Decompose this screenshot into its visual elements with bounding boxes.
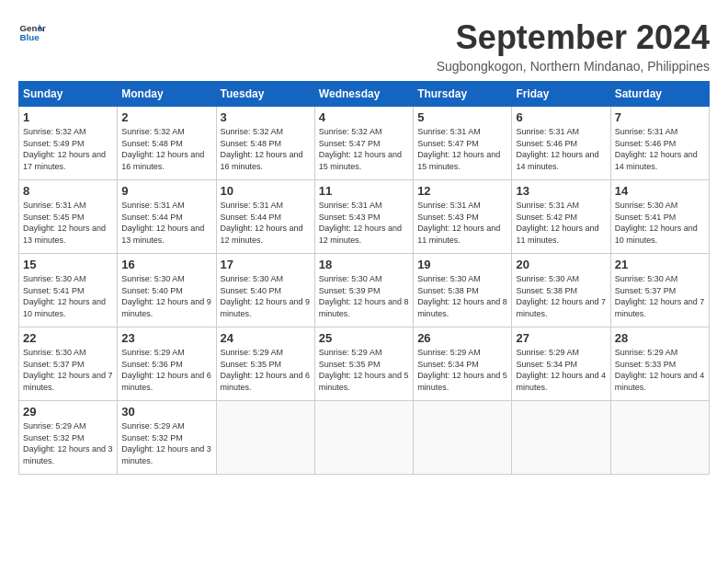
day-cell-6: 6Sunrise: 5:31 AM Sunset: 5:46 PM Daylig… [512, 107, 610, 180]
week-row-1: 1Sunrise: 5:32 AM Sunset: 5:49 PM Daylig… [19, 107, 710, 180]
day-cell-9: 9Sunrise: 5:31 AM Sunset: 5:44 PM Daylig… [118, 180, 216, 254]
day-cell-13: 13Sunrise: 5:31 AM Sunset: 5:42 PM Dayli… [512, 180, 610, 254]
day-cell-20: 20Sunrise: 5:30 AM Sunset: 5:38 PM Dayli… [512, 254, 610, 327]
logo: General Blue [18, 18, 46, 46]
title-area: September 2024 Sugbongkogon, Northern Mi… [437, 18, 710, 74]
weekday-header-monday: Monday [118, 82, 216, 107]
week-row-5: 29Sunrise: 5:29 AM Sunset: 5:32 PM Dayli… [19, 401, 710, 475]
day-cell-empty-w5-4 [414, 401, 512, 475]
day-cell-27: 27Sunrise: 5:29 AM Sunset: 5:34 PM Dayli… [512, 327, 610, 401]
day-cell-28: 28Sunrise: 5:29 AM Sunset: 5:33 PM Dayli… [610, 327, 709, 401]
day-cell-8: 8Sunrise: 5:31 AM Sunset: 5:45 PM Daylig… [19, 180, 118, 254]
day-cell-10: 10Sunrise: 5:31 AM Sunset: 5:44 PM Dayli… [216, 180, 314, 254]
day-cell-3: 3Sunrise: 5:32 AM Sunset: 5:48 PM Daylig… [216, 107, 314, 180]
day-cell-26: 26Sunrise: 5:29 AM Sunset: 5:34 PM Dayli… [414, 327, 512, 401]
day-cell-17: 17Sunrise: 5:30 AM Sunset: 5:40 PM Dayli… [216, 254, 314, 327]
svg-text:Blue: Blue [20, 32, 40, 42]
day-cell-15: 15Sunrise: 5:30 AM Sunset: 5:41 PM Dayli… [19, 254, 118, 327]
day-cell-23: 23Sunrise: 5:29 AM Sunset: 5:36 PM Dayli… [118, 327, 216, 401]
week-row-2: 8Sunrise: 5:31 AM Sunset: 5:45 PM Daylig… [19, 180, 710, 254]
day-cell-11: 11Sunrise: 5:31 AM Sunset: 5:43 PM Dayli… [314, 180, 413, 254]
calendar-table: SundayMondayTuesdayWednesdayThursdayFrid… [18, 81, 710, 475]
day-cell-empty-w5-3 [314, 401, 413, 475]
logo-icon: General Blue [18, 18, 46, 46]
page-header: General Blue September 2024 Sugbongkogon… [18, 18, 710, 74]
day-cell-25: 25Sunrise: 5:29 AM Sunset: 5:35 PM Dayli… [314, 327, 413, 401]
day-cell-1: 1Sunrise: 5:32 AM Sunset: 5:49 PM Daylig… [19, 107, 118, 180]
day-cell-2: 2Sunrise: 5:32 AM Sunset: 5:48 PM Daylig… [118, 107, 216, 180]
day-cell-30: 30Sunrise: 5:29 AM Sunset: 5:32 PM Dayli… [118, 401, 216, 475]
day-cell-18: 18Sunrise: 5:30 AM Sunset: 5:39 PM Dayli… [314, 254, 413, 327]
weekday-header-tuesday: Tuesday [216, 82, 314, 107]
day-cell-empty-w5-2 [216, 401, 314, 475]
day-cell-22: 22Sunrise: 5:30 AM Sunset: 5:37 PM Dayli… [19, 327, 118, 401]
day-cell-7: 7Sunrise: 5:31 AM Sunset: 5:46 PM Daylig… [610, 107, 709, 180]
weekday-header-row: SundayMondayTuesdayWednesdayThursdayFrid… [19, 82, 710, 107]
day-cell-19: 19Sunrise: 5:30 AM Sunset: 5:38 PM Dayli… [414, 254, 512, 327]
day-cell-4: 4Sunrise: 5:32 AM Sunset: 5:47 PM Daylig… [314, 107, 413, 180]
day-cell-5: 5Sunrise: 5:31 AM Sunset: 5:47 PM Daylig… [414, 107, 512, 180]
weekday-header-saturday: Saturday [610, 82, 709, 107]
day-cell-29: 29Sunrise: 5:29 AM Sunset: 5:32 PM Dayli… [19, 401, 118, 475]
week-row-4: 22Sunrise: 5:30 AM Sunset: 5:37 PM Dayli… [19, 327, 710, 401]
weekday-header-wednesday: Wednesday [314, 82, 413, 107]
week-row-3: 15Sunrise: 5:30 AM Sunset: 5:41 PM Dayli… [19, 254, 710, 327]
svg-text:General: General [20, 23, 47, 33]
weekday-header-sunday: Sunday [19, 82, 118, 107]
month-title: September 2024 [437, 18, 710, 57]
day-cell-21: 21Sunrise: 5:30 AM Sunset: 5:37 PM Dayli… [610, 254, 709, 327]
day-cell-empty-w5-6 [610, 401, 709, 475]
day-cell-14: 14Sunrise: 5:30 AM Sunset: 5:41 PM Dayli… [610, 180, 709, 254]
day-cell-empty-w5-5 [512, 401, 610, 475]
day-cell-16: 16Sunrise: 5:30 AM Sunset: 5:40 PM Dayli… [118, 254, 216, 327]
weekday-header-friday: Friday [512, 82, 610, 107]
weekday-header-thursday: Thursday [414, 82, 512, 107]
day-cell-24: 24Sunrise: 5:29 AM Sunset: 5:35 PM Dayli… [216, 327, 314, 401]
location-subtitle: Sugbongkogon, Northern Mindanao, Philipp… [437, 59, 710, 74]
day-cell-12: 12Sunrise: 5:31 AM Sunset: 5:43 PM Dayli… [414, 180, 512, 254]
